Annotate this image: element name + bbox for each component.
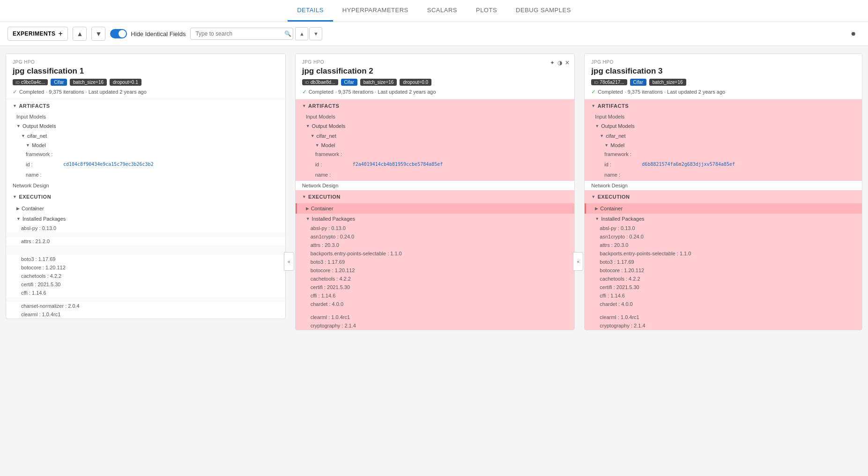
panel-title: jpg classification 1	[13, 67, 279, 76]
output-models-chevron: ▼	[16, 124, 21, 128]
tag-batch-size-16: batch_size=16	[649, 79, 686, 86]
panel-wrapper-1: JPG HPO jpg classification 1 ID c9bc0a4c…	[2, 50, 288, 473]
model-subsection[interactable]: ▼ Model	[296, 141, 575, 150]
execution-section-header[interactable]: ▼ EXECUTION	[585, 190, 862, 203]
package-row: certifi : 2021.5.30	[585, 283, 862, 291]
tag-dropout-0-1: dropout=0.1	[110, 79, 141, 86]
package-row: cryptography : 2.1.4	[296, 321, 575, 330]
network-design-row: Network Design	[6, 181, 285, 190]
search-input[interactable]	[190, 28, 293, 40]
installed-packages-subsection[interactable]: ▼ Installed Packages	[296, 214, 575, 224]
panel-wrapper-2: ✦ ◑ ✕ JPG HPO jpg classification 2 ID db…	[291, 50, 577, 473]
execution-section-header[interactable]: ▼ EXECUTION	[6, 190, 285, 203]
tab-hyperparameters[interactable]: HYPERPARAMETERS	[333, 0, 418, 22]
search-wrap: 🔍 ▲ ▼	[190, 27, 322, 40]
output-models-subsection[interactable]: ▼ Output Models	[296, 121, 575, 131]
input-models-row: Input Models	[296, 112, 575, 121]
package-row: asn1crypto : 0.24.0	[296, 232, 575, 241]
artifacts-section-header[interactable]: ▼ ARTIFACTS	[6, 99, 285, 112]
id-field: id : d6b8821574fa6m2g683djjxv5784a85ef	[585, 160, 862, 171]
tab-details[interactable]: DETAILS	[288, 0, 333, 22]
network-design-row: Network Design	[585, 181, 862, 190]
package-row: absl-py : 0.13.0	[296, 224, 575, 232]
artifacts-chevron: ▼	[13, 104, 17, 108]
package-row: certifi : 2021.5.30	[6, 280, 285, 289]
output-models-subsection[interactable]: ▼ Output Models	[6, 121, 285, 131]
experiments-button[interactable]: EXPERIMENTS +	[7, 27, 68, 41]
status-row: ✓ Completed · 9,375 iterations · Last up…	[591, 89, 855, 95]
installed-packages-chevron: ▼	[306, 216, 310, 221]
tab-debug-samples[interactable]: DEBUG SAMPLES	[506, 0, 580, 22]
move-icon[interactable]: ✦	[550, 60, 555, 66]
contrast-icon[interactable]: ◑	[557, 60, 562, 66]
panel-header-3: JPG HPO jpg classification 3 ID 78c6a217…	[585, 54, 862, 99]
sort-down-button[interactable]: ▼	[91, 27, 105, 41]
container-subsection[interactable]: ▶ Container	[6, 203, 285, 214]
package-row: certifi : 2021.5.30	[296, 283, 575, 291]
collapse-btn-2[interactable]: «	[573, 252, 583, 271]
execution-section: ▼ EXECUTION ▶ Container ▼ Installed Pack…	[585, 190, 862, 330]
experiment-panel-3: JPG HPO jpg classification 3 ID 78c6a217…	[584, 53, 862, 330]
package-row: attrs : 20.3.0	[585, 241, 862, 249]
search-nav-buttons: ▲ ▼	[295, 27, 322, 40]
artifacts-section: ▼ ARTIFACTS Input Models ▼ Output Models…	[6, 99, 285, 190]
tab-plots[interactable]: PLOTS	[467, 0, 506, 22]
more-options-icon[interactable]: ⏺	[846, 27, 861, 41]
execution-section: ▼ EXECUTION ▶ Container ▼ Installed Pack…	[6, 190, 285, 319]
model-subsection[interactable]: ▼ Model	[6, 141, 285, 150]
installed-packages-chevron: ▼	[16, 216, 21, 221]
container-subsection[interactable]: ▶ Container	[296, 203, 575, 214]
panel-id-row: ID c9bc0a4c... Cifarbatch_size=16dropout…	[13, 79, 279, 86]
package-row: clearml : 1.0.4rc1	[6, 310, 285, 319]
artifacts-section-header[interactable]: ▼ ARTIFACTS	[296, 99, 575, 112]
installed-packages-subsection[interactable]: ▼ Installed Packages	[6, 214, 285, 224]
hide-identical-toggle[interactable]	[110, 29, 127, 38]
package-row: cachetools : 4.2.2	[585, 275, 862, 283]
status-row: ✓ Completed · 9,375 iterations · Last up…	[13, 89, 279, 95]
panel-wrapper-3: JPG HPO jpg classification 3 ID 78c6a217…	[580, 50, 866, 473]
package-row: boto3 : 1.17.69	[6, 255, 285, 263]
experiment-panel-2: ✦ ◑ ✕ JPG HPO jpg classification 2 ID db…	[295, 53, 575, 330]
sort-up-button[interactable]: ▲	[73, 27, 87, 41]
search-next-button[interactable]: ▼	[309, 27, 322, 40]
package-divider	[585, 308, 862, 313]
package-row: attrs : 20.3.0	[296, 241, 575, 249]
experiments-label: EXPERIMENTS	[13, 30, 56, 37]
panel-group-label: JPG HPO	[13, 60, 279, 65]
tab-scalars[interactable]: SCALARS	[418, 0, 467, 22]
cifar-net-subsection[interactable]: ▼ cifar_net	[6, 131, 285, 141]
package-row: boto3 : 1.17.69	[296, 258, 575, 266]
panel-id-row: ID 78c6a217... Cifarbatch_size=16	[591, 79, 855, 86]
artifacts-label: ARTIFACTS	[308, 103, 339, 109]
status-check-icon: ✓	[591, 89, 596, 95]
input-models-row: Input Models	[585, 112, 862, 121]
cifar-net-subsection[interactable]: ▼ cifar_net	[296, 131, 575, 141]
model-chevron: ▼	[604, 143, 608, 148]
cifar-net-subsection[interactable]: ▼ cifar_net	[585, 131, 862, 141]
artifacts-section-header[interactable]: ▼ ARTIFACTS	[585, 99, 862, 112]
search-icon: 🔍	[284, 30, 291, 37]
tag-cifar: Cifar	[630, 79, 646, 86]
installed-packages-subsection[interactable]: ▼ Installed Packages	[585, 214, 862, 224]
container-subsection[interactable]: ▶ Container	[585, 203, 862, 214]
id-badge: ID db3bae8d...	[302, 79, 338, 85]
package-divider	[296, 308, 575, 313]
collapse-btn-1[interactable]: «	[284, 252, 294, 271]
artifacts-label: ARTIFACTS	[598, 103, 629, 109]
close-icon[interactable]: ✕	[565, 60, 570, 66]
package-row: clearml : 1.0.4rc1	[296, 313, 575, 321]
package-row: cffi : 1.14.6	[6, 289, 285, 297]
package-row: botocore : 1.20.112	[6, 263, 285, 272]
artifacts-label: ARTIFACTS	[19, 103, 50, 109]
cifar-net-chevron: ▼	[21, 134, 25, 138]
hide-identical-label: Hide Identical Fields	[131, 30, 185, 37]
package-row: cryptography : 2.1.4	[585, 321, 862, 330]
hide-identical-toggle-wrap: Hide Identical Fields	[110, 29, 185, 38]
output-models-subsection[interactable]: ▼ Output Models	[585, 121, 862, 131]
search-prev-button[interactable]: ▲	[295, 27, 308, 40]
network-design-row: Network Design	[296, 181, 575, 190]
tag-cifar: Cifar	[341, 79, 357, 86]
execution-section-header[interactable]: ▼ EXECUTION	[296, 190, 575, 203]
add-icon: +	[59, 30, 63, 38]
model-subsection[interactable]: ▼ Model	[585, 141, 862, 150]
